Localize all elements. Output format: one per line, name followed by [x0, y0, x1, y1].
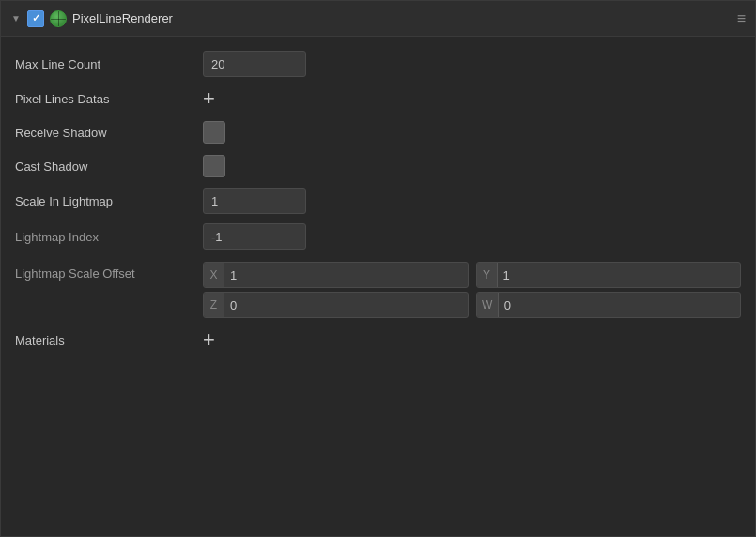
- pixel-lines-datas-label: Pixel Lines Datas: [15, 92, 203, 106]
- menu-icon[interactable]: ≡: [737, 10, 746, 27]
- materials-label: Materials: [15, 333, 203, 347]
- cast-shadow-value: [203, 155, 741, 177]
- lightmap-w-input[interactable]: [499, 299, 740, 313]
- z-label: Z: [204, 293, 224, 317]
- pixel-lines-datas-row: Pixel Lines Datas +: [1, 82, 755, 115]
- lightmap-y-input-group: Y: [476, 262, 742, 288]
- cast-shadow-row: Cast Shadow: [1, 149, 755, 183]
- materials-value: +: [203, 330, 741, 350]
- cast-shadow-toggle[interactable]: [203, 155, 225, 177]
- receive-shadow-toggle[interactable]: [203, 121, 225, 144]
- w-label: W: [477, 293, 499, 317]
- max-line-count-input[interactable]: [203, 51, 306, 77]
- scale-in-lightmap-input[interactable]: [203, 188, 306, 214]
- header-left: ▼ PixelLineRenderer: [10, 10, 737, 27]
- max-line-count-row: Max Line Count: [1, 46, 755, 82]
- lightmap-y-input[interactable]: [498, 268, 741, 283]
- receive-shadow-value: [203, 121, 741, 144]
- component-globe-icon: [50, 10, 67, 27]
- inspector-panel: ▼ PixelLineRenderer ≡ Max Line Count Pix…: [0, 0, 756, 537]
- max-line-count-label: Max Line Count: [15, 57, 203, 71]
- lightmap-x-input[interactable]: [224, 268, 468, 283]
- scale-in-lightmap-label: Scale In Lightmap: [15, 194, 203, 208]
- pixel-lines-datas-value: +: [203, 88, 741, 109]
- panel-header: ▼ PixelLineRenderer ≡: [1, 1, 755, 37]
- receive-shadow-row: Receive Shadow: [1, 115, 755, 149]
- lightmap-zw-row: Z W: [203, 292, 741, 318]
- lightmap-x-input-group: X: [203, 262, 469, 288]
- component-title: PixelLineRenderer: [72, 11, 173, 25]
- lightmap-scale-offset-label: Lightmap Scale Offset: [15, 262, 203, 281]
- lightmap-scale-offset-fields: X Y Z W: [203, 262, 741, 318]
- collapse-chevron-icon[interactable]: ▼: [10, 13, 22, 24]
- lightmap-xy-row: X Y: [203, 262, 741, 288]
- materials-add-button[interactable]: +: [203, 330, 215, 350]
- lightmap-index-input[interactable]: [203, 223, 306, 250]
- y-label: Y: [477, 263, 498, 287]
- lightmap-w-input-group: W: [476, 292, 742, 318]
- lightmap-index-label: Lightmap Index: [15, 230, 203, 244]
- receive-shadow-label: Receive Shadow: [15, 126, 203, 140]
- cast-shadow-label: Cast Shadow: [15, 160, 203, 174]
- pixel-lines-add-button[interactable]: +: [203, 88, 215, 109]
- lightmap-z-input-group: Z: [203, 292, 469, 318]
- scale-in-lightmap-value: [203, 188, 741, 214]
- lightmap-scale-offset-row: Lightmap Scale Offset X Y: [1, 254, 755, 323]
- enabled-checkbox-icon[interactable]: [27, 10, 44, 27]
- lightmap-scale-offset-value: X Y Z W: [203, 262, 741, 318]
- scale-in-lightmap-row: Scale In Lightmap: [1, 183, 755, 219]
- lightmap-z-input[interactable]: [224, 299, 468, 313]
- materials-row: Materials +: [1, 323, 755, 357]
- x-label: X: [204, 263, 224, 287]
- lightmap-index-value: [203, 223, 741, 250]
- panel-content: Max Line Count Pixel Lines Datas + Recei…: [1, 37, 755, 366]
- lightmap-index-row: Lightmap Index: [1, 219, 755, 254]
- max-line-count-value: [203, 51, 741, 77]
